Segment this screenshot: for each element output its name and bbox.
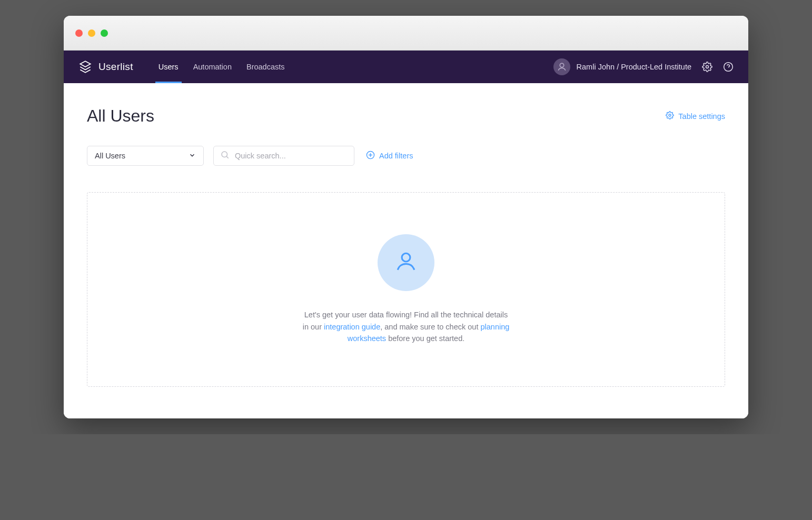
empty-state-icon-container	[378, 234, 434, 291]
table-settings-button[interactable]: Table settings	[666, 111, 725, 121]
chevron-down-icon	[189, 152, 196, 161]
app-window: Userlist Users Automation Broadcasts Ram…	[64, 16, 748, 418]
svg-point-1	[724, 63, 733, 72]
nav-tabs: Users Automation Broadcasts	[159, 51, 285, 83]
search-icon	[220, 150, 230, 162]
help-icon[interactable]	[723, 62, 734, 72]
tab-automation[interactable]: Automation	[193, 51, 232, 83]
brand-name: Userlist	[98, 61, 133, 73]
titlebar	[64, 16, 748, 51]
tab-broadcasts[interactable]: Broadcasts	[246, 51, 285, 83]
table-settings-label: Table settings	[678, 112, 725, 121]
page-header: All Users Table settings	[87, 106, 725, 126]
add-filters-label: Add filters	[379, 152, 413, 160]
maximize-window-button[interactable]	[101, 29, 108, 37]
brand[interactable]: Userlist	[78, 60, 133, 74]
user-icon	[395, 251, 417, 275]
content: All Users Table settings All Users	[64, 83, 748, 418]
plus-circle-icon	[366, 151, 375, 161]
integration-guide-link[interactable]: integration guide	[324, 323, 380, 331]
svg-point-0	[706, 66, 709, 68]
user-menu[interactable]: Ramli John / Product-Led Institute	[553, 58, 691, 75]
search-input[interactable]	[235, 152, 348, 160]
empty-state-text: Let's get your user data flowing! Find a…	[301, 309, 511, 344]
navbar: Userlist Users Automation Broadcasts Ram…	[64, 51, 748, 83]
close-window-button[interactable]	[75, 29, 83, 37]
tab-users[interactable]: Users	[159, 51, 179, 83]
user-display-name: Ramli John / Product-Led Institute	[577, 63, 691, 71]
search-box[interactable]	[213, 146, 354, 166]
settings-icon[interactable]	[702, 62, 712, 72]
avatar	[553, 58, 570, 75]
controls-row: All Users	[87, 146, 725, 166]
empty-state: Let's get your user data flowing! Find a…	[87, 192, 725, 387]
add-filters-button[interactable]: Add filters	[366, 151, 413, 161]
svg-point-4	[222, 152, 227, 157]
segment-dropdown[interactable]: All Users	[87, 146, 204, 166]
dropdown-value: All Users	[95, 152, 125, 160]
svg-point-3	[669, 114, 671, 116]
page-title: All Users	[87, 106, 154, 126]
minimize-window-button[interactable]	[88, 29, 95, 37]
svg-line-5	[226, 156, 228, 158]
nav-right: Ramli John / Product-Led Institute	[553, 58, 734, 75]
logo-icon	[78, 60, 92, 74]
gear-icon	[666, 111, 674, 121]
